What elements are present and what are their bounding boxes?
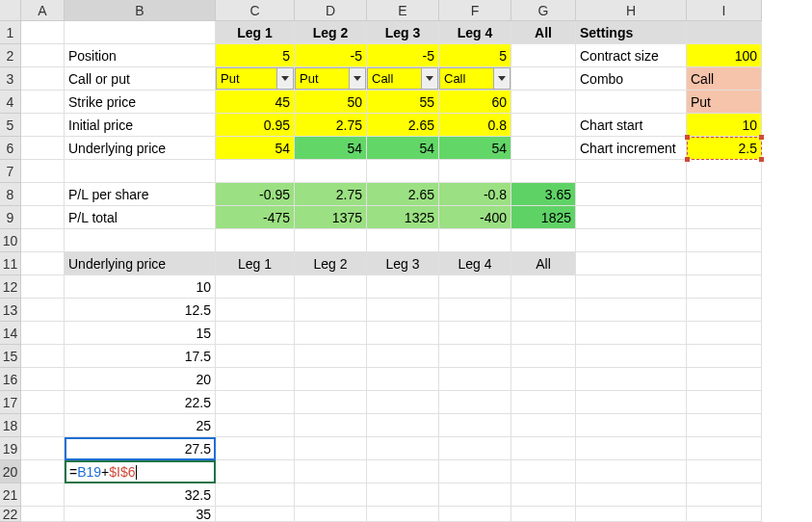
row-header-18[interactable]: 18 bbox=[0, 414, 21, 437]
row-header-15[interactable]: 15 bbox=[0, 345, 21, 368]
row-header-5[interactable]: 5 bbox=[0, 114, 21, 137]
cell-B3[interactable]: Call or put bbox=[65, 67, 216, 91]
row-header-19[interactable]: 19 bbox=[0, 437, 21, 460]
row-header-2[interactable]: 2 bbox=[0, 44, 21, 67]
cell-D13[interactable] bbox=[295, 299, 367, 322]
cell-D22[interactable] bbox=[295, 507, 367, 522]
row-header-7[interactable]: 7 bbox=[0, 160, 21, 183]
cell-I2[interactable]: 100 bbox=[687, 44, 762, 67]
cell-E1[interactable]: Leg 3 bbox=[367, 21, 439, 44]
cell-C19[interactable] bbox=[216, 437, 295, 460]
cell-H10[interactable] bbox=[576, 229, 687, 252]
row-header-1[interactable]: 1 bbox=[0, 21, 21, 44]
cell-F16[interactable] bbox=[439, 368, 511, 391]
cell-G10[interactable] bbox=[511, 229, 576, 252]
cell-B15[interactable]: 17.5 bbox=[65, 345, 216, 368]
cell-B11[interactable]: Underlying price bbox=[65, 252, 216, 275]
cell-I12[interactable] bbox=[687, 275, 762, 299]
cell-D17[interactable] bbox=[295, 391, 367, 414]
dropdown-arrow-icon[interactable] bbox=[276, 68, 293, 89]
cell-G16[interactable] bbox=[511, 368, 576, 391]
cell-C17[interactable] bbox=[216, 391, 295, 414]
cell-A19[interactable] bbox=[21, 437, 65, 460]
cell-C7[interactable] bbox=[216, 160, 295, 183]
select-all-corner[interactable] bbox=[0, 0, 21, 21]
cell-I15[interactable] bbox=[687, 345, 762, 368]
col-header-A[interactable]: A bbox=[21, 0, 65, 21]
cell-I10[interactable] bbox=[687, 229, 762, 252]
cell-F8[interactable]: -0.8 bbox=[439, 183, 511, 206]
cell-F14[interactable] bbox=[439, 322, 511, 345]
cell-H17[interactable] bbox=[576, 391, 687, 414]
cell-A16[interactable] bbox=[21, 368, 65, 391]
cell-G5[interactable] bbox=[511, 114, 576, 137]
cell-G12[interactable] bbox=[511, 275, 576, 299]
cell-G6[interactable] bbox=[511, 137, 576, 160]
row-header-17[interactable]: 17 bbox=[0, 391, 21, 414]
cell-B6[interactable]: Underlying price bbox=[65, 137, 216, 160]
cell-C18[interactable] bbox=[216, 414, 295, 437]
spreadsheet-grid[interactable]: A B C D E F G H I 1 Leg 1 Leg 2 Leg 3 Le… bbox=[0, 0, 812, 522]
cell-I22[interactable] bbox=[687, 507, 762, 522]
row-header-12[interactable]: 12 bbox=[0, 275, 21, 299]
cell-D19[interactable] bbox=[295, 437, 367, 460]
cell-E21[interactable] bbox=[367, 483, 439, 507]
cell-C13[interactable] bbox=[216, 299, 295, 322]
cell-F11[interactable]: Leg 4 bbox=[439, 252, 511, 275]
cell-E17[interactable] bbox=[367, 391, 439, 414]
cell-F2[interactable]: 5 bbox=[439, 44, 511, 67]
cell-F17[interactable] bbox=[439, 391, 511, 414]
cell-I9[interactable] bbox=[687, 206, 762, 229]
row-header-10[interactable]: 10 bbox=[0, 229, 21, 252]
cell-G7[interactable] bbox=[511, 160, 576, 183]
cell-E14[interactable] bbox=[367, 322, 439, 345]
cell-D7[interactable] bbox=[295, 160, 367, 183]
cell-B7[interactable] bbox=[65, 160, 216, 183]
cell-E7[interactable] bbox=[367, 160, 439, 183]
cell-F4[interactable]: 60 bbox=[439, 91, 511, 114]
cell-G18[interactable] bbox=[511, 414, 576, 437]
cell-F12[interactable] bbox=[439, 275, 511, 299]
cell-E16[interactable] bbox=[367, 368, 439, 391]
cell-B10[interactable] bbox=[65, 229, 216, 252]
cell-D9[interactable]: 1375 bbox=[295, 206, 367, 229]
cell-G19[interactable] bbox=[511, 437, 576, 460]
cell-A13[interactable] bbox=[21, 299, 65, 322]
cell-E18[interactable] bbox=[367, 414, 439, 437]
cell-F6[interactable]: 54 bbox=[439, 137, 511, 160]
cell-A22[interactable] bbox=[21, 507, 65, 522]
cell-H2[interactable]: Contract size bbox=[576, 44, 687, 67]
col-header-I[interactable]: I bbox=[687, 0, 762, 21]
cell-B4[interactable]: Strike price bbox=[65, 91, 216, 114]
cell-B12[interactable]: 10 bbox=[65, 275, 216, 299]
cell-B2[interactable]: Position bbox=[65, 44, 216, 67]
cell-H13[interactable] bbox=[576, 299, 687, 322]
cell-F10[interactable] bbox=[439, 229, 511, 252]
cell-A20[interactable] bbox=[21, 460, 65, 483]
cell-I8[interactable] bbox=[687, 183, 762, 206]
cell-G8[interactable]: 3.65 bbox=[511, 183, 576, 206]
row-header-3[interactable]: 3 bbox=[0, 67, 21, 91]
cell-H4[interactable] bbox=[576, 91, 687, 114]
cell-D18[interactable] bbox=[295, 414, 367, 437]
cell-E2[interactable]: -5 bbox=[367, 44, 439, 67]
cell-B18[interactable]: 25 bbox=[65, 414, 216, 437]
cell-F3-dropdown[interactable]: Call bbox=[439, 67, 511, 91]
cell-D6[interactable]: 54 bbox=[295, 137, 367, 160]
cell-H3[interactable]: Combo bbox=[576, 67, 687, 91]
cell-F18[interactable] bbox=[439, 414, 511, 437]
cell-B5[interactable]: Initial price bbox=[65, 114, 216, 137]
cell-A7[interactable] bbox=[21, 160, 65, 183]
cell-F19[interactable] bbox=[439, 437, 511, 460]
cell-A11[interactable] bbox=[21, 252, 65, 275]
cell-F9[interactable]: -400 bbox=[439, 206, 511, 229]
cell-E20[interactable] bbox=[367, 460, 439, 483]
cell-C1[interactable]: Leg 1 bbox=[216, 21, 295, 44]
row-header-20[interactable]: 20 bbox=[0, 460, 21, 483]
cell-A14[interactable] bbox=[21, 322, 65, 345]
cell-E8[interactable]: 2.65 bbox=[367, 183, 439, 206]
cell-A1[interactable] bbox=[21, 21, 65, 44]
cell-G14[interactable] bbox=[511, 322, 576, 345]
cell-H8[interactable] bbox=[576, 183, 687, 206]
cell-C4[interactable]: 45 bbox=[216, 91, 295, 114]
